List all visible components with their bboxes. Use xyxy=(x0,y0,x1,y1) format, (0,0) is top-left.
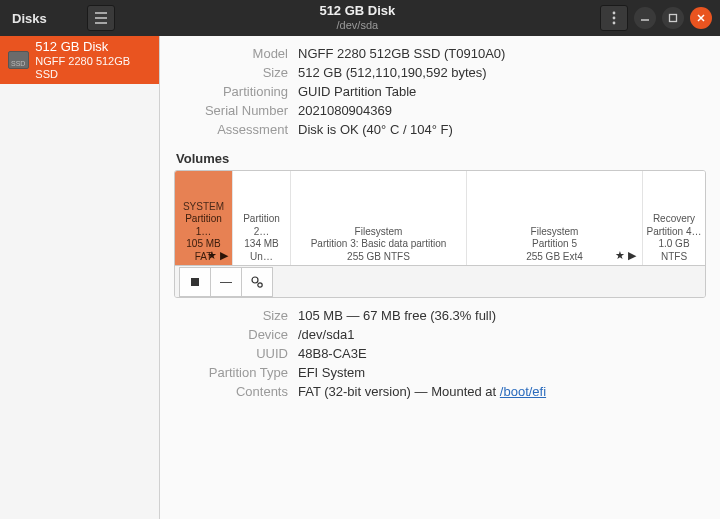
gears-icon xyxy=(250,275,264,289)
sidebar-disk-name: 512 GB Disk xyxy=(35,40,151,55)
hamburger-icon xyxy=(94,12,108,24)
label-pcontents: Contents xyxy=(168,384,288,399)
partition-1[interactable]: SYSTEM Partition 1… 105 MB FAT ★ ▶ xyxy=(175,171,233,265)
sidebar-disk-desc: NGFF 2280 512GB SSD xyxy=(35,55,151,80)
drive-menu-button[interactable] xyxy=(600,5,628,31)
minimize-button[interactable] xyxy=(634,7,656,29)
mount-point-link[interactable]: /boot/efi xyxy=(500,384,546,399)
delete-partition-button[interactable]: — xyxy=(210,267,242,297)
drive-info: Model NGFF 2280 512GB SSD (T0910A0) Size… xyxy=(168,46,706,137)
app-name: Disks xyxy=(8,11,79,26)
volumes-header: Volumes xyxy=(176,151,706,166)
maximize-button[interactable] xyxy=(662,7,684,29)
label-assessment: Assessment xyxy=(168,122,288,137)
volumes-box: SYSTEM Partition 1… 105 MB FAT ★ ▶ Parti… xyxy=(174,170,706,298)
partition-info: Size 105 MB — 67 MB free (36.3% full) De… xyxy=(168,308,706,399)
label-model: Model xyxy=(168,46,288,61)
titlebar: Disks 512 GB Disk /dev/sda xyxy=(0,0,720,36)
label-ptype: Partition Type xyxy=(168,365,288,380)
value-pcontents: FAT (32-bit version) — Mounted at /boot/… xyxy=(298,384,706,399)
kebab-icon xyxy=(612,11,616,25)
label-puuid: UUID xyxy=(168,346,288,361)
sidebar-disk-label: 512 GB Disk NGFF 2280 512GB SSD xyxy=(35,40,151,80)
svg-point-6 xyxy=(258,282,262,286)
titlebar-right xyxy=(600,5,720,31)
label-psize: Size xyxy=(168,308,288,323)
minus-icon: — xyxy=(220,275,232,289)
label-partitioning: Partitioning xyxy=(168,84,288,99)
value-pdevice: /dev/sda1 xyxy=(298,327,706,342)
partition-2[interactable]: Partition 2… 134 MB Un… xyxy=(233,171,291,265)
partition-3[interactable]: Filesystem Partition 3: Basic data parti… xyxy=(291,171,467,265)
star-play-icon: ★ ▶ xyxy=(615,249,636,263)
ssd-icon: SSD xyxy=(8,51,29,69)
svg-rect-3 xyxy=(670,15,677,22)
partition-options-button[interactable] xyxy=(241,267,273,297)
label-serial: Serial Number xyxy=(168,103,288,118)
window-subtitle: /dev/sda xyxy=(115,19,600,32)
value-serial: 2021080904369 xyxy=(298,103,706,118)
window-title: 512 GB Disk xyxy=(115,4,600,19)
svg-point-0 xyxy=(613,12,616,15)
value-model: NGFF 2280 512GB SSD (T0910A0) xyxy=(298,46,706,61)
maximize-icon xyxy=(668,13,678,23)
partition-4[interactable]: Recovery Partition 4… 1.0 GB NTFS xyxy=(643,171,705,265)
value-partitioning: GUID Partition Table xyxy=(298,84,706,99)
titlebar-center: 512 GB Disk /dev/sda xyxy=(115,4,600,32)
sidebar-disk-item[interactable]: SSD 512 GB Disk NGFF 2280 512GB SSD xyxy=(0,36,159,84)
volume-actions: — xyxy=(175,265,705,297)
svg-point-5 xyxy=(252,277,258,283)
close-button[interactable] xyxy=(690,7,712,29)
value-size: 512 GB (512,110,190,592 bytes) xyxy=(298,65,706,80)
value-puuid: 48B8-CA3E xyxy=(298,346,706,361)
partition-5[interactable]: Filesystem Partition 5 255 GB Ext4 ★ ▶ xyxy=(467,171,643,265)
value-ptype: EFI System xyxy=(298,365,706,380)
sidebar: SSD 512 GB Disk NGFF 2280 512GB SSD xyxy=(0,36,160,519)
stop-icon xyxy=(190,277,200,287)
value-assessment: Disk is OK (40° C / 104° F) xyxy=(298,122,706,137)
hamburger-menu-button[interactable] xyxy=(87,5,115,31)
main-panel: Model NGFF 2280 512GB SSD (T0910A0) Size… xyxy=(160,36,720,519)
value-psize: 105 MB — 67 MB free (36.3% full) xyxy=(298,308,706,323)
svg-rect-4 xyxy=(191,278,199,286)
minimize-icon xyxy=(640,13,650,23)
unmount-button[interactable] xyxy=(179,267,211,297)
label-pdevice: Device xyxy=(168,327,288,342)
volumes-row: SYSTEM Partition 1… 105 MB FAT ★ ▶ Parti… xyxy=(175,171,705,265)
svg-point-1 xyxy=(613,17,616,20)
star-play-icon: ★ ▶ xyxy=(207,249,228,263)
label-size: Size xyxy=(168,65,288,80)
svg-point-2 xyxy=(613,22,616,25)
titlebar-left: Disks xyxy=(0,5,115,31)
close-icon xyxy=(696,13,706,23)
